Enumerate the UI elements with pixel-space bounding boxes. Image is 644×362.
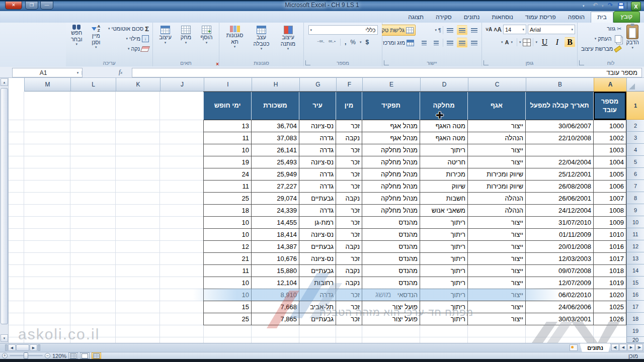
cell-B3[interactable]: 22/10/2008 xyxy=(525,132,593,144)
cell-B11[interactable]: 01/11/2009 xyxy=(525,229,593,241)
cell-G2[interactable]: נס-ציונה xyxy=(299,120,336,132)
header-cell-H1[interactable]: משכורת xyxy=(251,92,299,120)
view-page-layout-icon[interactable] xyxy=(80,352,90,359)
font-size-select[interactable]: 14▾ xyxy=(503,25,526,34)
cell-E14[interactable]: מהנדס xyxy=(362,265,420,277)
minimize-button[interactable]: — xyxy=(40,1,53,10)
column-header-G[interactable]: G xyxy=(299,78,336,92)
row-header-20[interactable]: 20 xyxy=(626,337,644,343)
cell-A3[interactable]: 1002 xyxy=(593,132,626,144)
sheet-nav-prev-icon[interactable]: ◀ xyxy=(619,344,627,351)
cell-F13[interactable]: זכר xyxy=(336,253,362,265)
copy-button[interactable]: העתק▾ xyxy=(580,34,623,44)
cell-B10[interactable]: 31/07/2010 xyxy=(525,217,593,229)
cell-D14[interactable]: ריתוך xyxy=(420,265,467,277)
cell-C9[interactable]: הנהלה xyxy=(467,205,525,217)
cell-G5[interactable]: נס-ציונה xyxy=(299,156,336,168)
cell-I8[interactable]: 25 xyxy=(203,193,251,205)
font-color-dropdown[interactable]: ▾ xyxy=(501,40,503,44)
bold-button[interactable]: B xyxy=(565,37,575,47)
cell-F7[interactable]: זכר xyxy=(336,180,362,193)
tab-view[interactable]: תצוגה xyxy=(402,12,430,23)
cell-E8[interactable]: מנהל מחלקה xyxy=(362,193,420,205)
row-header-16[interactable]: 16 xyxy=(626,289,644,301)
cell-A11[interactable]: 1010 xyxy=(593,229,626,241)
clipboard-dialog-launcher-icon[interactable] xyxy=(579,60,584,65)
cell-C5[interactable]: ייצור xyxy=(467,156,525,168)
font-color-button[interactable]: A xyxy=(505,40,509,45)
row-header-7[interactable]: 7 xyxy=(626,180,644,192)
tab-data[interactable]: נתונים xyxy=(458,12,486,23)
cell-C13[interactable]: ייצור xyxy=(467,253,525,265)
zoom-out-icon[interactable]: − xyxy=(45,353,50,358)
fill-color-dropdown[interactable]: ▾ xyxy=(511,40,513,44)
cell-F3[interactable]: נקבה xyxy=(336,132,362,144)
row-header-12[interactable]: 12 xyxy=(626,240,644,252)
shrink-font-icon[interactable]: A˅ xyxy=(486,27,492,32)
cell-D5[interactable]: חריטה xyxy=(420,156,467,168)
horizontal-scrollbar-thumb[interactable] xyxy=(16,344,29,351)
cell-F4[interactable]: זכר xyxy=(336,144,362,156)
format-cells-button[interactable]: עיצוב▾ xyxy=(155,25,176,45)
comma-style-icon[interactable]: , xyxy=(345,39,346,46)
cell-D2[interactable]: מטה האגף xyxy=(420,120,467,132)
row-header-15[interactable]: 15 xyxy=(626,277,644,289)
cell-I14[interactable]: 11 xyxy=(203,265,251,277)
cell-D7[interactable]: שיווק xyxy=(420,180,467,193)
header-cell-F1[interactable]: מין xyxy=(336,92,362,120)
format-as-table-button[interactable]: עצב כטבלה▾ xyxy=(248,25,275,51)
cell-A2[interactable]: 1000 xyxy=(593,120,626,132)
cell-E11[interactable]: מהנדס xyxy=(362,229,420,241)
cell-H9[interactable]: 24,339 xyxy=(251,205,299,217)
sheet-nav-first-icon[interactable]: ◀| xyxy=(611,344,619,351)
borders-icon[interactable] xyxy=(523,39,531,46)
borders-dropdown[interactable]: ▾ xyxy=(519,40,521,44)
cell-C2[interactable]: ייצור xyxy=(467,120,525,132)
sheet-nav-last-icon[interactable]: |▶ xyxy=(635,344,643,351)
column-header-I[interactable]: I xyxy=(204,78,252,92)
cell-E15[interactable]: מהנדס xyxy=(362,277,420,289)
cell-I17[interactable]: 15 xyxy=(203,301,251,313)
redo-button[interactable]: ↷ xyxy=(608,2,613,8)
cell-H12[interactable]: 14,387 xyxy=(251,241,299,253)
align-top-icon[interactable] xyxy=(469,25,479,35)
cell-C11[interactable]: ייצור xyxy=(467,229,525,241)
cell-I3[interactable]: 11 xyxy=(203,132,251,144)
cell-D11[interactable]: ריתוך xyxy=(420,229,467,241)
cell-B7[interactable]: 26/08/2008 xyxy=(525,180,593,193)
column-header-F[interactable]: F xyxy=(336,78,362,92)
cell-H11[interactable]: 18,414 xyxy=(251,229,299,241)
cell-C7[interactable]: שיווק ומכירות xyxy=(467,180,525,193)
cell-A12[interactable]: 1016 xyxy=(593,241,626,253)
cell-G13[interactable]: נס-ציונה xyxy=(299,253,336,265)
cell-D8[interactable]: חשבות xyxy=(420,193,467,205)
cell-F6[interactable]: זכר xyxy=(336,168,362,180)
cell-A6[interactable]: 1005 xyxy=(593,168,626,180)
header-cell-I1[interactable]: ימי חופש xyxy=(203,92,251,120)
cell-C8[interactable]: הנהלה xyxy=(467,193,525,205)
insert-function-icon[interactable]: fx xyxy=(119,68,122,76)
column-header-K[interactable]: K xyxy=(116,78,160,92)
vertical-scrollbar[interactable]: ▲ ▼ xyxy=(0,78,9,343)
hscroll-end-handle[interactable] xyxy=(38,344,40,351)
row-header-9[interactable]: 9 xyxy=(626,204,644,216)
tab-page-layout[interactable]: פריסת עמוד xyxy=(519,12,562,23)
cell-E5[interactable]: מנהל מחלקה xyxy=(362,156,420,168)
cell-I11[interactable]: 10 xyxy=(203,229,251,241)
row-header-5[interactable]: 5 xyxy=(626,156,644,168)
cell-I10[interactable]: 10 xyxy=(203,217,251,229)
cell-A7[interactable]: 1006 xyxy=(593,180,626,193)
hscroll-split-handle[interactable] xyxy=(5,344,8,351)
zoom-in-icon[interactable]: + xyxy=(2,353,8,358)
cell-I2[interactable]: 13 xyxy=(203,120,251,132)
cell-B15[interactable]: 12/07/2009 xyxy=(525,277,593,289)
cell-G4[interactable]: גדרה xyxy=(299,144,336,156)
align-bottom-icon[interactable] xyxy=(445,25,455,35)
percent-style-icon[interactable]: % xyxy=(350,39,356,46)
cell-D6[interactable]: מכירות xyxy=(420,168,467,180)
cell-H3[interactable]: 37,083 xyxy=(251,132,299,144)
sheet-tab-active[interactable]: נתונים xyxy=(580,343,611,352)
cell-D9[interactable]: משאבי אנוש xyxy=(420,205,467,217)
sheet-nav-next-icon[interactable]: ▶ xyxy=(627,344,635,351)
close-button[interactable]: ✕ xyxy=(5,1,22,10)
